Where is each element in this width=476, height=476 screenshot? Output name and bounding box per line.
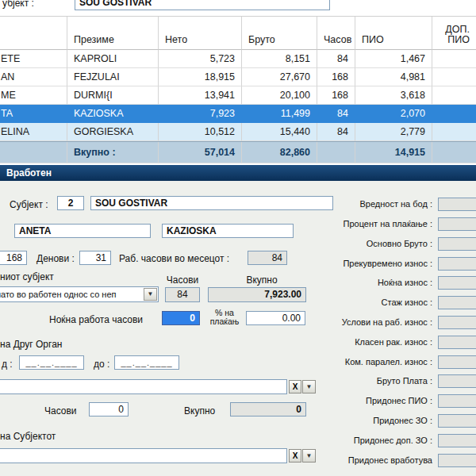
right-field-row: Придонес доп. ЗО : (0, 434, 476, 448)
header-bruto: Бруто (242, 17, 317, 50)
right-field-row: Класен рак. износ : (0, 336, 476, 350)
cell-name: TA (0, 105, 67, 123)
header-dop-line2: ПИО (447, 35, 470, 45)
value-field[interactable] (438, 276, 476, 290)
field-label: Придонес ЗО : (290, 416, 432, 425)
cell-bruto: 8,151 (242, 50, 317, 68)
value-field[interactable] (438, 316, 476, 329)
field-label: Прекувремено износ : (290, 259, 432, 268)
header-name (0, 17, 67, 50)
cell-surname: KAPROLI (67, 50, 159, 68)
value-field[interactable] (438, 394, 476, 408)
value-field[interactable] (438, 198, 476, 211)
value-field[interactable] (438, 434, 476, 447)
top-subject-strip: убјект : SOU GOSTIVAR (0, 0, 476, 16)
right-field-row: Стаж износ : (0, 296, 476, 310)
cell-pio: 2,779 (355, 123, 432, 141)
header-neto: Нето (159, 17, 242, 50)
cell-surname: KAZIOSKA (67, 105, 159, 123)
value-field[interactable] (438, 454, 476, 467)
table-row[interactable]: AN FEJZULAI 18,915 27,670 168 4,981 (0, 68, 476, 86)
top-subject-label: убјект : (2, 0, 34, 9)
value-field[interactable] (438, 296, 476, 309)
total-empty (0, 142, 67, 163)
cell-bruto: 20,100 (242, 86, 317, 105)
right-field-row: Ком. паралел. износ : (0, 355, 476, 370)
table-total-row: Вкупно : 57,014 82,860 14,915 (0, 141, 476, 163)
right-field-row: Основно Бруто : (0, 237, 476, 251)
field-label: Придонес доп. ЗО : (290, 436, 432, 445)
cell-hours: 168 (317, 68, 355, 86)
cell-dop (432, 105, 476, 123)
cell-bruto: 11,499 (242, 105, 317, 123)
value-field[interactable] (438, 355, 476, 369)
value-field[interactable] (438, 336, 476, 349)
total-pio: 14,915 (355, 142, 432, 163)
cell-pio: 3,618 (355, 86, 432, 105)
field-label: Ноќна износ : (290, 278, 432, 287)
top-subject-field[interactable]: SOU GOSTIVAR (75, 0, 330, 10)
cell-neto: 10,512 (159, 123, 242, 141)
cell-hours: 84 (317, 123, 355, 141)
header-dop-pio: ДОП. ПИО (432, 17, 476, 50)
cell-hours: 84 (317, 105, 355, 123)
right-field-row: Ноќна износ : (0, 276, 476, 290)
right-field-row: Бруто Плата : (0, 374, 476, 389)
right-field-row: Прекувремено износ : (0, 257, 476, 271)
right-field-row: Вредност на бод : (0, 198, 476, 212)
cell-pio: 2,070 (355, 105, 432, 123)
cell-name: AN (0, 68, 67, 86)
total-neto: 57,014 (159, 142, 242, 163)
field-label: Придонес ПИО : (290, 396, 432, 405)
right-field-row: Придонес ПИО : (0, 394, 476, 409)
field-label: Процент на плаќање : (290, 219, 432, 228)
cell-dop (432, 68, 476, 86)
section-header-bar: Вработен (0, 165, 476, 181)
total-bruto: 82,860 (242, 142, 317, 163)
field-label: Ком. паралел. износ : (290, 357, 432, 367)
value-field[interactable] (438, 414, 476, 428)
right-field-row: Придонес вработува (0, 454, 476, 468)
total-label: Вкупно : (67, 142, 159, 163)
field-label: Придонес вработува (290, 455, 432, 465)
cell-dop (432, 123, 476, 141)
table-row[interactable]: ELINA GORGIESKA 10,512 15,440 84 2,779 (0, 123, 476, 141)
total-hours-empty (317, 142, 355, 163)
total-dop-empty (432, 142, 476, 163)
cell-bruto: 27,670 (242, 68, 317, 86)
cell-name: ME (0, 86, 67, 105)
table-row[interactable]: ETE KAPROLI 5,723 8,151 84 1,467 (0, 50, 476, 68)
field-label: Стаж износ : (290, 298, 432, 307)
value-field[interactable] (438, 374, 476, 388)
cell-dop (432, 86, 476, 105)
field-label: Бруто Плата : (290, 376, 432, 386)
cell-dop (432, 50, 476, 68)
value-field[interactable] (438, 257, 476, 271)
field-label: Основно Бруто : (290, 239, 432, 248)
payroll-app-window: убјект : SOU GOSTIVAR Презиме Нето Бруто… (0, 0, 476, 476)
cell-surname: FEJZULAI (67, 68, 159, 86)
cell-surname: GORGIESKA (67, 123, 159, 141)
value-field[interactable] (438, 237, 476, 251)
cell-pio: 4,981 (355, 68, 432, 86)
right-field-row: Процент на плаќање : (0, 217, 476, 232)
field-label: Класен рак. износ : (290, 337, 432, 347)
cell-neto: 18,915 (159, 68, 242, 86)
table-header-row: Презиме Нето Бруто Часов ПИО ДОП. ПИО (0, 17, 476, 50)
cell-neto: 7,923 (159, 105, 242, 123)
table-row-selected[interactable]: TA KAZIOSKA 7,923 11,499 84 2,070 (0, 105, 476, 123)
section-title: Вработен (6, 167, 52, 178)
cell-neto: 5,723 (159, 50, 242, 68)
employee-table: Презиме Нето Бруто Часов ПИО ДОП. ПИО ET… (0, 16, 476, 163)
field-label: Вредност на бод : (290, 199, 432, 209)
cell-name: ETE (0, 50, 67, 68)
right-field-row: Придонес ЗО : (0, 414, 476, 428)
cell-neto: 13,941 (159, 86, 242, 105)
cell-bruto: 15,440 (242, 123, 317, 141)
employee-detail-form: Субјект : 2 SOU GOSTIVAR ANETA KAZIOSKA … (0, 181, 476, 476)
header-surname: Презиме (67, 17, 159, 50)
value-field[interactable] (438, 217, 476, 231)
table-row[interactable]: ME DURMI{I 13,941 20,100 168 3,618 (0, 86, 476, 105)
cell-pio: 1,467 (355, 50, 432, 68)
cell-name: ELINA (0, 123, 67, 141)
